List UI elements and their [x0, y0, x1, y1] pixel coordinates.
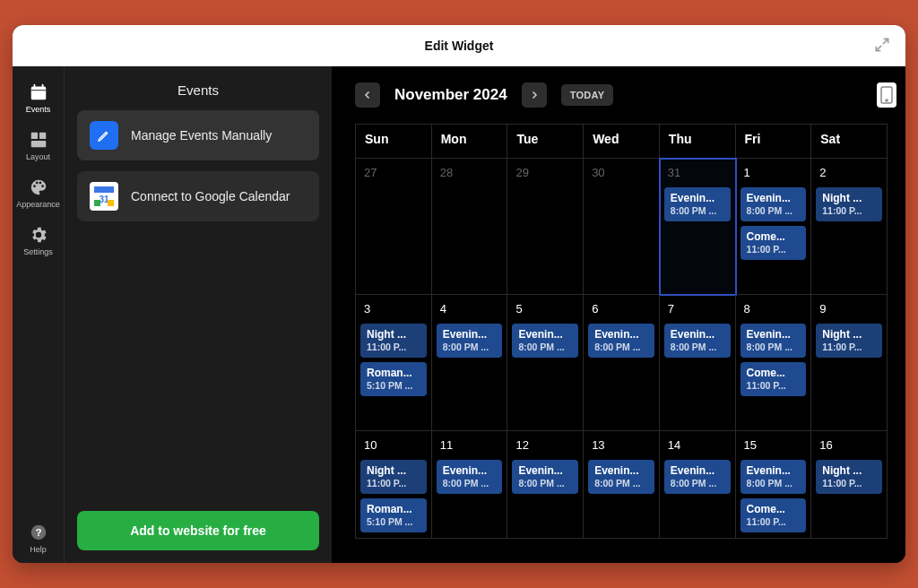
prev-month-button[interactable]: [355, 82, 380, 108]
pencil-icon: [90, 121, 118, 150]
calendar-event[interactable]: Night ...11:00 P...: [360, 324, 427, 358]
calendar-event[interactable]: Evenin...8:00 PM ...: [437, 324, 503, 358]
svg-text:?: ?: [35, 527, 41, 538]
day-number: 4: [437, 300, 503, 319]
event-title: Evenin...: [443, 328, 497, 341]
calendar-event[interactable]: Roman...5:10 PM ...: [360, 362, 427, 396]
side-panel: Events Manage Events Manually 31 Connect…: [65, 66, 332, 563]
event-title: Evenin...: [518, 464, 572, 477]
day-number: 16: [816, 437, 882, 455]
calendar-event[interactable]: Night ...11:00 P...: [816, 187, 882, 221]
svg-rect-11: [94, 186, 114, 193]
day-cell[interactable]: 7Evenin...8:00 PM ...: [660, 295, 736, 431]
day-cell[interactable]: 12Evenin...8:00 PM ...: [507, 431, 584, 539]
add-to-website-button[interactable]: Add to website for free: [77, 511, 319, 550]
rail-label: Appearance: [16, 200, 60, 209]
event-title: Evenin...: [671, 328, 724, 341]
next-month-button[interactable]: [522, 82, 547, 108]
event-time: 11:00 P...: [367, 478, 420, 489]
event-time: 8:00 PM ...: [671, 342, 724, 352]
dow-header: Fri: [736, 125, 812, 159]
calendar-event[interactable]: Evenin...8:00 PM ...: [588, 460, 654, 494]
calendar-event[interactable]: Evenin...8:00 PM ...: [740, 324, 807, 358]
calendar-event[interactable]: Evenin...8:00 PM ...: [664, 324, 731, 358]
day-number: 30: [588, 164, 654, 183]
day-cell[interactable]: 3Night ...11:00 P...Roman...5:10 PM ...: [356, 295, 432, 431]
day-number: 3: [360, 300, 427, 319]
day-number: 1: [740, 164, 807, 183]
option-manage-events-manually[interactable]: Manage Events Manually: [77, 110, 319, 160]
day-cell[interactable]: 9Night ...11:00 P...: [811, 295, 888, 431]
event-time: 8:00 PM ...: [747, 205, 801, 216]
day-number: 12: [512, 437, 578, 455]
day-cell[interactable]: 8Evenin...8:00 PM ...Come...11:00 P...: [736, 295, 812, 431]
calendar-event[interactable]: Evenin...8:00 PM ...: [437, 460, 503, 494]
event-time: 11:00 P...: [747, 516, 801, 527]
day-cell[interactable]: 14Evenin...8:00 PM ...: [660, 431, 736, 539]
calendar-event[interactable]: Night ...11:00 P...: [816, 324, 882, 358]
day-cell[interactable]: 5Evenin...8:00 PM ...: [507, 295, 584, 431]
calendar-event[interactable]: Evenin...8:00 PM ...: [740, 460, 807, 494]
calendar-event[interactable]: Come...11:00 P...: [740, 498, 807, 532]
calendar-event[interactable]: Evenin...8:00 PM ...: [664, 187, 731, 221]
rail-tab-events[interactable]: Events: [13, 75, 64, 123]
event-title: Roman...: [367, 367, 420, 379]
calendar-event[interactable]: Come...11:00 P...: [740, 362, 807, 396]
day-cell[interactable]: 30: [584, 159, 660, 295]
day-cell[interactable]: 13Evenin...8:00 PM ...: [584, 431, 660, 539]
day-number: 2: [816, 164, 882, 183]
device-preview-icon[interactable]: [877, 82, 896, 108]
day-cell[interactable]: 11Evenin...8:00 PM ...: [432, 431, 508, 539]
svg-rect-14: [108, 200, 114, 206]
day-cell[interactable]: 31Evenin...8:00 PM ...: [660, 159, 736, 295]
calendar-event[interactable]: Evenin...8:00 PM ...: [512, 460, 578, 494]
option-label: Connect to Google Calendar: [131, 189, 290, 203]
expand-icon[interactable]: [873, 36, 891, 54]
calendar-grid: SunMonTueWedThuFriSat2728293031Evenin...…: [355, 124, 888, 539]
rail-label: Layout: [26, 152, 50, 161]
day-cell[interactable]: 28: [432, 159, 508, 295]
rail-tab-settings[interactable]: Settings: [13, 218, 64, 265]
day-cell[interactable]: 1Evenin...8:00 PM ...Come...11:00 P...: [736, 159, 812, 295]
day-cell[interactable]: 10Night ...11:00 P...Roman...5:10 PM ...: [356, 431, 432, 539]
calendar-event[interactable]: Come...11:00 P...: [740, 226, 807, 260]
dow-header: Sun: [356, 125, 432, 159]
day-cell[interactable]: 27: [356, 159, 432, 295]
event-time: 8:00 PM ...: [443, 342, 497, 352]
day-cell[interactable]: 6Evenin...8:00 PM ...: [584, 295, 660, 431]
day-cell[interactable]: 29: [507, 159, 584, 295]
event-time: 8:00 PM ...: [671, 205, 724, 216]
event-time: 11:00 P...: [747, 380, 801, 391]
calendar-event[interactable]: Night ...11:00 P...: [816, 460, 882, 494]
calendar-event[interactable]: Evenin...8:00 PM ...: [588, 324, 654, 358]
event-time: 8:00 PM ...: [518, 478, 572, 489]
dow-header: Mon: [432, 125, 508, 159]
day-cell[interactable]: 16Night ...11:00 P...: [811, 431, 888, 539]
event-time: 8:00 PM ...: [671, 478, 724, 489]
calendar-event[interactable]: Evenin...8:00 PM ...: [740, 187, 807, 221]
event-title: Evenin...: [443, 464, 497, 477]
calendar-event[interactable]: Night ...11:00 P...: [360, 460, 427, 494]
calendar-event[interactable]: Evenin...8:00 PM ...: [512, 324, 578, 358]
event-time: 8:00 PM ...: [518, 342, 572, 352]
event-title: Evenin...: [594, 328, 648, 341]
day-cell[interactable]: 2Night ...11:00 P...: [811, 159, 888, 295]
calendar-event[interactable]: Roman...5:10 PM ...: [360, 498, 427, 532]
month-label: November 2024: [394, 86, 507, 104]
event-title: Night ...: [822, 464, 876, 477]
rail-label: Events: [26, 105, 51, 114]
rail-tab-layout[interactable]: Layout: [13, 123, 64, 170]
event-title: Come...: [747, 367, 801, 379]
rail-help[interactable]: ? Help: [13, 515, 64, 563]
day-number: 9: [816, 300, 882, 319]
event-title: Night ...: [822, 328, 876, 341]
day-cell[interactable]: 4Evenin...8:00 PM ...: [432, 295, 508, 431]
option-connect-google-calendar[interactable]: 31 Connect to Google Calendar: [77, 171, 319, 221]
rail-tab-appearance[interactable]: Appearance: [13, 170, 64, 218]
day-number: 13: [588, 437, 654, 455]
today-button[interactable]: TODAY: [561, 84, 614, 106]
calendar-event[interactable]: Evenin...8:00 PM ...: [664, 460, 731, 494]
day-cell[interactable]: 15Evenin...8:00 PM ...Come...11:00 P...: [736, 431, 812, 539]
window-title: Edit Widget: [425, 39, 494, 53]
dow-header: Thu: [660, 125, 736, 159]
